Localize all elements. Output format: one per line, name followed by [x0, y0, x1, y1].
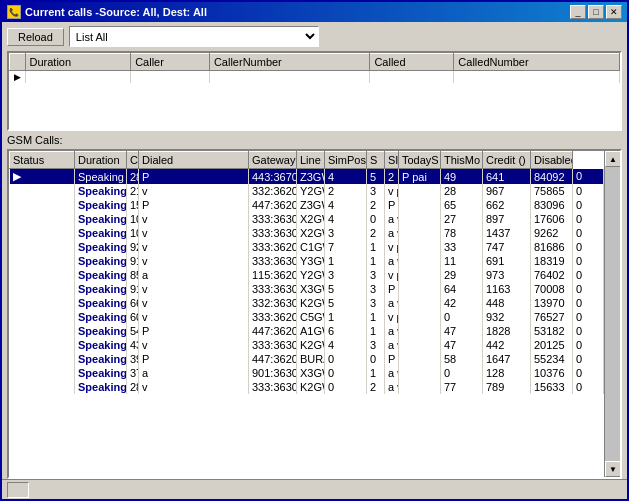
cell-duration: 430: [127, 338, 139, 352]
cell-disabled: 0: [573, 296, 604, 310]
cell-thismo: 932: [483, 310, 531, 324]
scroll-up-button[interactable]: ▲: [605, 151, 620, 167]
cell-status: Speaking: [75, 198, 127, 212]
maximize-button[interactable]: □: [588, 5, 604, 19]
cell-sil: [399, 226, 441, 240]
cell-status: Speaking: [75, 366, 127, 380]
cell-simpos: 2: [367, 198, 385, 212]
table-row[interactable]: ▶Speaking2860P443:36702640438Z3GW452P pa…: [10, 169, 604, 185]
scroll-track[interactable]: [605, 167, 620, 461]
cell-status: Speaking: [75, 212, 127, 226]
main-table-scroll[interactable]: Status Duration C Dialed Gateway Line Si…: [9, 151, 604, 477]
main-table-body: ▶Speaking2860P443:36702640438Z3GW452P pa…: [10, 169, 604, 395]
cell-sil: [399, 254, 441, 268]
top-col-callernumber: CallerNumber: [209, 54, 370, 71]
table-row[interactable]: Speaking1067v333:36306468794X2GW32a we78…: [10, 226, 604, 240]
table-row[interactable]: Speaking603v333:36205949358C5GW11v pai09…: [10, 310, 604, 324]
cell-s: P pai: [385, 198, 399, 212]
window-icon: 📞: [7, 5, 21, 19]
cell-s: 2: [385, 169, 399, 185]
cell-s: v pai: [385, 240, 399, 254]
cell-gateway: K2GW: [297, 380, 325, 394]
scroll-down-button[interactable]: ▼: [605, 461, 620, 477]
vertical-scrollbar[interactable]: ▲ ▼: [604, 151, 620, 477]
cell-sil: [399, 366, 441, 380]
main-gsm-table: Status Duration C Dialed Gateway Line Si…: [9, 151, 604, 394]
cell-duration: 666: [127, 296, 139, 310]
cell-duration: 285: [127, 380, 139, 394]
cell-thismo: 747: [483, 240, 531, 254]
cell-credit: 15633: [531, 380, 573, 394]
cell-gateway: X3GW: [297, 366, 325, 380]
cell-status: Speaking: [75, 352, 127, 366]
cell-c: a: [139, 268, 249, 282]
table-row[interactable]: Speaking666v332:36302467003K2GW53a we424…: [10, 296, 604, 310]
table-row[interactable]: Speaking546P447:36204240355A1GW61a we471…: [10, 324, 604, 338]
top-cell-duration: [25, 71, 131, 84]
cell-c: P: [139, 198, 249, 212]
table-row[interactable]: Speaking2175v332:36203479260Y2GW23v pai2…: [10, 184, 604, 198]
cell-dialed: 443:36702640438: [249, 169, 297, 185]
table-row[interactable]: Speaking910v333:36309333142Y3GW11a we116…: [10, 254, 604, 268]
cell-thismo: 442: [483, 338, 531, 352]
close-button[interactable]: ✕: [606, 5, 622, 19]
cell-thismo: 967: [483, 184, 531, 198]
cell-gateway: Y2GW: [297, 184, 325, 198]
cell-duration: 1067: [127, 226, 139, 240]
cell-thismo: 1163: [483, 282, 531, 296]
cell-line: 0: [325, 380, 367, 394]
cell-status: Speaking: [75, 324, 127, 338]
status-bar: [2, 479, 627, 499]
cell-dialed: 333:36304672049: [249, 338, 297, 352]
table-row[interactable]: Speaking398P447:36203225744BURAGW00P pai…: [10, 352, 604, 366]
table-row[interactable]: Speaking1009v333:36305880538X2GW40a we27…: [10, 212, 604, 226]
cell-duration: 925: [127, 240, 139, 254]
cell-todays: 27: [441, 212, 483, 226]
table-row[interactable]: Speaking910v333:36309589701X3GW53P pai64…: [10, 282, 604, 296]
cell-line: 4: [325, 198, 367, 212]
cell-credit: 18319: [531, 254, 573, 268]
cell-credit: 53182: [531, 324, 573, 338]
table-row[interactable]: Speaking851a115:36208860144Y2GW33v pai29…: [10, 268, 604, 282]
reload-button[interactable]: Reload: [7, 28, 64, 46]
cell-todays: 28: [441, 184, 483, 198]
cell-todays: 77: [441, 380, 483, 394]
cell-dialed: 333:36205888256: [249, 240, 297, 254]
cell-duration: 910: [127, 282, 139, 296]
top-cell-callednumber: [454, 71, 620, 84]
cell-gateway: Y3GW: [297, 254, 325, 268]
cell-disabled: 0: [573, 212, 604, 226]
cell-duration: 2860: [127, 169, 139, 185]
cell-status: Speaking: [75, 282, 127, 296]
cell-disabled: 0: [573, 352, 604, 366]
cell-credit: 81686: [531, 240, 573, 254]
header-status: Status: [10, 152, 75, 169]
cell-c: P: [139, 169, 249, 185]
row-selector-empty: [10, 268, 75, 282]
cell-todays: 65: [441, 198, 483, 212]
list-all-select[interactable]: List All: [69, 26, 319, 47]
cell-simpos: 3: [367, 296, 385, 310]
table-row[interactable]: Speaking1561P447:36205767828Z3GW42P pai6…: [10, 198, 604, 212]
table-row[interactable]: Speaking430v333:36304672049K2GW43a we474…: [10, 338, 604, 352]
cell-s: a we: [385, 226, 399, 240]
table-row[interactable]: Speaking285v333:36309701800K2GW02a we777…: [10, 380, 604, 394]
cell-line: 0: [325, 352, 367, 366]
cell-simpos: 1: [367, 324, 385, 338]
row-selector-empty: [10, 198, 75, 212]
minimize-button[interactable]: _: [570, 5, 586, 19]
cell-dialed: 332:36203479260: [249, 184, 297, 198]
cell-thismo: 897: [483, 212, 531, 226]
table-row[interactable]: Speaking925v333:36205888256C1GW71v pai33…: [10, 240, 604, 254]
main-table-header-row: Status Duration C Dialed Gateway Line Si…: [10, 152, 604, 169]
cell-todays: 33: [441, 240, 483, 254]
cell-duration: 546: [127, 324, 139, 338]
row-selector-empty: [10, 352, 75, 366]
table-row[interactable]: Speaking379a901:36304568971X3GW01a we012…: [10, 366, 604, 380]
cell-c: v: [139, 282, 249, 296]
cell-todays: 29: [441, 268, 483, 282]
top-table-row: ▶: [10, 71, 620, 84]
cell-simpos: 0: [367, 212, 385, 226]
cell-gateway: Z3GW: [297, 198, 325, 212]
cell-line: 7: [325, 240, 367, 254]
